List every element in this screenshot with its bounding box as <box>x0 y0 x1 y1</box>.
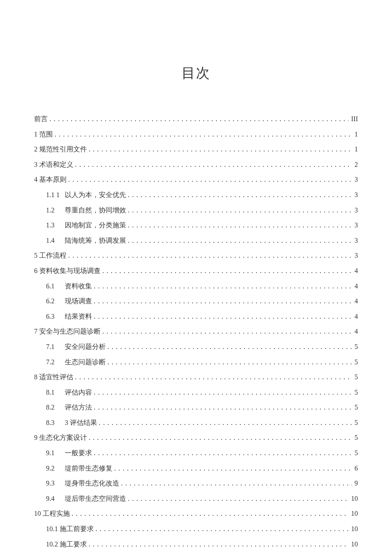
toc-entry: 1.1 1以人为本，安全优先3 <box>34 189 358 201</box>
toc-entry: 10.3 施工组织11 <box>34 553 358 555</box>
toc-leader-dots <box>89 553 349 555</box>
toc-leader-dots <box>75 371 352 384</box>
toc-entry-number: 7.1 <box>46 340 65 353</box>
toc-entry-page: 5 <box>354 356 358 369</box>
toc-entry: 9.3堤身带生态化改造9 <box>34 477 358 490</box>
toc-entry: 9.4堤后带生态空间营造10 <box>34 492 358 505</box>
toc-entry: 9.2堤前带生态修复6 <box>34 462 358 475</box>
toc-leader-dots <box>107 340 352 353</box>
toc-entry-page: 4 <box>354 325 358 338</box>
toc-entry-page: 1 <box>354 143 358 156</box>
toc-entry-label: 以人为本，安全优先 <box>65 189 126 201</box>
toc-entry-page: 10 <box>350 492 358 505</box>
toc-entry-label: 10.1 施工前要求 <box>46 523 94 535</box>
toc-entry-label: 结果资料 <box>65 310 92 323</box>
toc-leader-dots <box>128 189 352 201</box>
toc-entry-number: 7.2 <box>46 356 65 369</box>
toc-entry-page: 3 <box>354 173 358 186</box>
toc-leader-dots <box>107 356 352 369</box>
page-title: 目次 <box>34 64 358 83</box>
toc-entry-label: 8 适宜性评估 <box>34 371 73 384</box>
toc-entry-number: 1.3 <box>46 219 65 232</box>
toc-entry: 3 术语和定义2 <box>34 158 358 171</box>
toc-entry: 6.2现场调查4 <box>34 295 358 308</box>
toc-leader-dots <box>128 234 352 247</box>
toc-entry-page: 4 <box>354 295 358 308</box>
toc-entry-page: 4 <box>354 280 358 293</box>
table-of-contents: 前言III1 范围12 规范性引用文件13 术语和定义24 基本原则31.1 1… <box>34 113 358 555</box>
toc-leader-dots <box>128 204 352 217</box>
toc-entry-label: 4 基本原则 <box>34 173 66 186</box>
toc-entry-label: 堤前带生态修复 <box>65 462 112 475</box>
toc-entry: 1.4陆海统筹，协调发展3 <box>34 234 358 247</box>
toc-entry-number: 1.2 <box>46 204 65 217</box>
toc-entry-label: 2 规范性引用文件 <box>34 143 87 156</box>
toc-entry: 前言III <box>34 113 358 125</box>
toc-entry: 2 规范性引用文件1 <box>34 143 358 156</box>
toc-entry-page: 5 <box>354 371 358 384</box>
toc-leader-dots <box>94 295 352 308</box>
toc-entry: 8.1评估内容5 <box>34 386 358 399</box>
toc-entry-number: 8.3 <box>46 416 65 429</box>
toc-leader-dots <box>114 462 352 475</box>
toc-entry-page: 3 <box>354 249 358 262</box>
toc-entry-label: 10.2 施工要求 <box>46 538 87 551</box>
document-page: 目次 前言III1 范围12 规范性引用文件13 术语和定义24 基本原则31.… <box>0 0 392 555</box>
toc-entry: 7.1安全问题分析5 <box>34 340 358 353</box>
toc-entry-number: 8.2 <box>46 401 65 414</box>
toc-entry-label: 5 工作流程 <box>34 249 66 262</box>
toc-entry: 7.2生态问题诊断5 <box>34 356 358 369</box>
toc-entry: 4 基本原则3 <box>34 173 358 186</box>
toc-entry-page: 3 <box>354 204 358 217</box>
toc-leader-dots <box>94 280 352 293</box>
toc-entry-page: 3 <box>354 189 358 201</box>
toc-entry-number: 1.4 <box>46 234 65 247</box>
toc-entry-label: 陆海统筹，协调发展 <box>65 234 126 247</box>
toc-entry: 10 工程实施10 <box>34 507 358 520</box>
toc-entry-page: 5 <box>354 386 358 399</box>
toc-entry-page: 5 <box>354 340 358 353</box>
toc-entry-number: 6.2 <box>46 295 65 308</box>
toc-entry: 7 安全与生态问题诊断4 <box>34 325 358 338</box>
toc-entry-number: 9.1 <box>46 447 65 459</box>
toc-entry-label: 尊重自然，协同增效 <box>65 204 126 217</box>
toc-entry-number: 6.1 <box>46 280 65 293</box>
toc-leader-dots <box>49 113 349 125</box>
toc-entry-page: 3 <box>354 234 358 247</box>
toc-leader-dots <box>68 173 352 186</box>
toc-entry-page: 9 <box>354 477 358 490</box>
toc-entry-page: 3 <box>354 219 358 232</box>
toc-leader-dots <box>102 264 352 277</box>
toc-entry-label: 6 资料收集与现场调查 <box>34 264 101 277</box>
toc-entry-number: 9.3 <box>46 477 65 490</box>
toc-entry-label: 生态问题诊断 <box>65 356 106 369</box>
toc-entry: 1 范围1 <box>34 128 358 141</box>
toc-entry-page: 5 <box>354 416 358 429</box>
toc-leader-dots <box>128 492 349 505</box>
toc-entry: 5 工作流程3 <box>34 249 358 262</box>
toc-entry-label: 评估内容 <box>65 386 92 399</box>
toc-entry-label: 1 范围 <box>34 128 53 141</box>
toc-leader-dots <box>89 538 349 551</box>
toc-entry-label: 10.3 施工组织 <box>46 553 87 555</box>
toc-entry: 8.2评估方法5 <box>34 401 358 414</box>
toc-leader-dots <box>102 325 352 338</box>
toc-entry: 6.1资料收集4 <box>34 280 358 293</box>
toc-entry-number: 8.1 <box>46 386 65 399</box>
toc-entry-label: 因地制宜，分类施策 <box>65 219 126 232</box>
toc-entry: 1.2尊重自然，协同增效3 <box>34 204 358 217</box>
toc-entry: 8.33 评估结果5 <box>34 416 358 429</box>
toc-entry: 9.1一般要求5 <box>34 447 358 459</box>
toc-entry-page: 10 <box>350 507 358 520</box>
toc-leader-dots <box>94 310 352 323</box>
toc-leader-dots <box>94 447 352 459</box>
toc-entry-page: 10 <box>350 523 358 535</box>
toc-entry-number: 9.2 <box>46 462 65 475</box>
toc-entry: 9 生态化方案设计5 <box>34 431 358 444</box>
toc-leader-dots <box>95 523 349 535</box>
toc-entry-label: 前言 <box>34 113 48 125</box>
toc-entry: 6 资料收集与现场调查4 <box>34 264 358 277</box>
toc-entry-label: 现场调查 <box>65 295 92 308</box>
toc-entry-label: 3 术语和定义 <box>34 158 73 171</box>
toc-leader-dots <box>72 507 349 520</box>
